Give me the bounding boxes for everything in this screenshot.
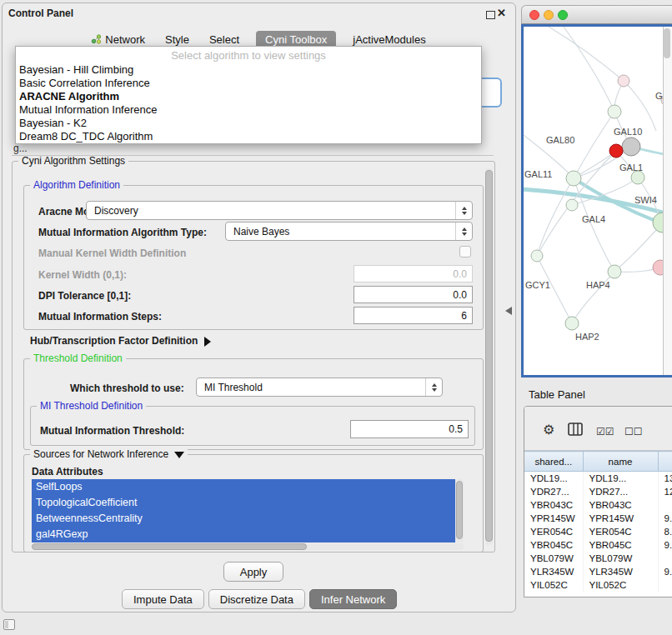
table-cell[interactable]: YIL052C (524, 578, 583, 592)
float-window-icon[interactable] (486, 11, 495, 19)
table-cell[interactable]: 9. (658, 512, 672, 525)
table-row[interactable]: YPR145WYPR145W9. (524, 512, 672, 525)
mi-type-select[interactable]: Naive Bayes (225, 222, 473, 241)
mi-threshold-field[interactable]: 0.5 (350, 420, 469, 438)
settings-scrollbar-thumb[interactable] (485, 170, 493, 542)
network-node-HAP4[interactable] (608, 265, 621, 278)
table-cell[interactable]: YDR27... (524, 485, 583, 498)
algorithm-option[interactable]: Bayesian - K2 (16, 117, 481, 130)
which-threshold-select[interactable]: MI Threshold (196, 378, 443, 397)
bottom-tab-infer-network[interactable]: Infer Network (309, 589, 397, 609)
table-cell[interactable]: YLR345W (524, 565, 583, 578)
algorithm-option[interactable]: ARACNE Algorithm (16, 90, 481, 103)
sources-title: Sources for Network Inference (33, 448, 168, 460)
minimize-traffic-light[interactable] (544, 10, 554, 20)
network-node-GAL11[interactable] (566, 171, 581, 186)
select-all-checkboxes-icon[interactable]: ☑☑ (596, 425, 614, 438)
table-column-header[interactable] (658, 452, 672, 472)
attribute-list-item[interactable]: SelfLoops (32, 479, 455, 495)
close-traffic-light[interactable] (529, 10, 539, 20)
table-cell[interactable]: YBL079W (524, 552, 583, 565)
table-cell[interactable]: YBL079W (583, 552, 658, 565)
algorithm-option[interactable]: Basic Correlation Inference (16, 77, 481, 90)
table-cell[interactable]: YDL19... (583, 472, 658, 486)
table-cell[interactable]: 9. (658, 538, 672, 552)
network-node-GAL4[interactable] (566, 199, 578, 211)
algorithm-option[interactable]: Dream8 DC_TDC Algorithm (16, 130, 481, 143)
restore-panel-icon[interactable] (3, 619, 15, 630)
table-cell[interactable]: 9. (658, 565, 672, 578)
table-row[interactable]: YLR345WYLR345W9. (524, 565, 672, 578)
table-cell[interactable]: YPR145W (524, 512, 583, 525)
table-row[interactable]: YDL19...YDL19...13 (524, 472, 672, 486)
network-vscrollbar-track[interactable] (663, 27, 672, 375)
tab-label: Select (209, 33, 239, 46)
network-vscrollbar-thumb[interactable] (664, 28, 670, 58)
hub-definition-toggle[interactable]: Hub/Transcription Factor Definition (30, 335, 211, 347)
network-window-titlebar[interactable] (521, 5, 672, 24)
aracne-mode-select[interactable]: Discovery (86, 201, 473, 220)
sources-toggle[interactable]: Sources for Network Inference (30, 449, 188, 460)
table-cell[interactable]: 13 (658, 472, 672, 486)
network-edge (549, 27, 624, 81)
apply-button[interactable]: Apply (223, 562, 283, 582)
dpi-tolerance-field[interactable]: 0.0 (354, 286, 473, 303)
network-node-GAL1[interactable] (631, 171, 644, 184)
table-cell[interactable]: YBR043C (583, 498, 658, 512)
network-canvas[interactable]: GALGAL80GAL10GAL11GAL1SWI4GAL4GCY1HAP4YH… (524, 27, 669, 375)
bottom-tab-impute-data[interactable]: Impute Data (122, 589, 204, 609)
mi-steps-field[interactable]: 6 (354, 307, 473, 324)
table-cell[interactable]: YPR145W (583, 512, 658, 525)
attribute-list-item[interactable]: gal4RGexp (32, 527, 455, 542)
table-cell[interactable]: YER054C (524, 525, 583, 538)
table-cell[interactable] (658, 552, 672, 565)
table-row[interactable]: YER054CYER054C8. (524, 525, 672, 538)
algorithm-option[interactable]: Mutual Information Inference (16, 103, 481, 117)
table-row[interactable]: YIL052CYIL052C (524, 578, 672, 592)
table-cell[interactable]: YIL052C (583, 578, 658, 592)
network-node-red-node[interactable] (609, 144, 623, 158)
table-row[interactable]: YBL079WYBL079W (524, 552, 672, 565)
close-icon[interactable]: ✕ (497, 7, 506, 19)
table-row[interactable]: YBR043CYBR043C (524, 498, 672, 512)
network-node-GAL10[interactable] (622, 138, 640, 156)
attribute-list-item[interactable]: TopologicalCoefficient (32, 495, 455, 511)
network-node-label: GCY1 (525, 280, 550, 290)
table-columns-icon[interactable] (568, 422, 583, 436)
manual-kernel-checkbox[interactable] (459, 246, 471, 258)
zoom-traffic-light[interactable] (558, 10, 568, 20)
table-row[interactable]: YDR27...YDR27...12 (524, 485, 672, 498)
table-cell[interactable]: 8. (658, 525, 672, 538)
network-node-GCY1[interactable] (531, 250, 543, 262)
table-cell[interactable]: YBR043C (524, 498, 583, 512)
network-edge (574, 112, 614, 178)
attribute-list-item[interactable]: BetweennessCentrality (32, 511, 455, 527)
table-cell[interactable]: YBR045C (583, 538, 658, 552)
table-cell[interactable]: YER054C (583, 525, 658, 538)
deselect-all-checkboxes-icon[interactable]: ☐☐ (624, 425, 643, 438)
table-cell[interactable] (658, 498, 672, 512)
tab-label: Network (105, 33, 145, 46)
list-hscrollbar-thumb[interactable] (32, 543, 307, 550)
panel-collapse-arrow[interactable] (505, 307, 512, 315)
network-node-green-top[interactable] (608, 105, 621, 118)
table-row[interactable]: YBR045CYBR045C9. (524, 538, 672, 552)
network-node-pink-top[interactable] (618, 75, 629, 87)
table-cell[interactable]: YDR27... (583, 485, 658, 498)
network-node-HAP2[interactable] (565, 317, 579, 330)
table-cell[interactable] (658, 578, 672, 592)
data-attributes-list: SelfLoopsTopologicalCoefficientBetweenne… (32, 479, 455, 542)
table-column-header[interactable]: shared... (524, 452, 583, 472)
gear-icon[interactable]: ⚙ (543, 423, 554, 437)
table-cell[interactable]: YLR345W (583, 565, 658, 578)
table-column-header[interactable]: name (583, 452, 658, 472)
list-vscrollbar-thumb[interactable] (456, 481, 463, 539)
table-cell[interactable]: YBR045C (524, 538, 583, 552)
kernel-width-field[interactable]: 0.0 (354, 265, 473, 282)
table-cell[interactable]: YDL19... (524, 472, 583, 486)
bottom-tab-discretize-data[interactable]: Discretize Data (208, 589, 305, 609)
mi-steps-label: Mutual Information Steps: (38, 311, 162, 322)
table-cell[interactable]: 12 (658, 485, 672, 498)
algorithm-option[interactable]: Bayesian - Hill Climbing (16, 63, 481, 77)
network-node-label: GAL1 (619, 162, 643, 172)
